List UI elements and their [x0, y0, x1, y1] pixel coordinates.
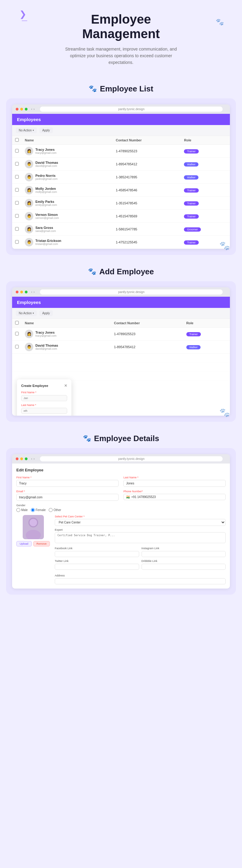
upload-avatar-button[interactable]: Upload — [16, 541, 32, 547]
pet-care-select[interactable]: Pet Care Center — [55, 519, 226, 526]
paw-icon-2: 🐾 — [88, 268, 96, 276]
employee-list-header: 🐾 Employee List — [0, 84, 242, 94]
dribbble-field: Dribbble Link — [142, 559, 226, 570]
last-name-group: Last Name * — [21, 404, 67, 414]
avatar: 👨 — [25, 160, 33, 168]
expert-textarea[interactable]: Certified Service Dog Trainer, P... — [55, 532, 226, 543]
contact-column-header-2: Contact Number — [111, 319, 183, 328]
row-checkbox[interactable] — [15, 201, 19, 205]
address-field: Address — [55, 574, 226, 584]
instagram-input[interactable] — [142, 551, 226, 557]
bottom-section: Upload Remove Select Pet Care Center * P… — [16, 515, 226, 584]
avatar-section: Upload Remove — [16, 515, 50, 584]
nav-forward-2[interactable]: › — [34, 290, 35, 294]
phone-edit-row: 🇮🇳 +91 14789025523 — [124, 494, 226, 500]
row-checkbox[interactable] — [15, 332, 19, 336]
edit-phone: Phone Number* 🇮🇳 +91 14789025523 — [124, 490, 226, 501]
svg-point-4 — [29, 519, 37, 526]
no-action-button[interactable]: No Action ▾ — [16, 127, 37, 133]
dot-red-1[interactable] — [16, 108, 19, 111]
page-title: Employee Management — [18, 12, 224, 41]
dot-yellow-3[interactable] — [20, 458, 23, 460]
edit-email: Email * — [16, 490, 118, 501]
employee-table-2: Name Contact Number Role 👩 Tracy Jones — [12, 319, 230, 353]
modal-close-button[interactable]: ✕ — [64, 383, 67, 388]
avatar: 👩 — [25, 225, 33, 234]
employees-header-2: Employees — [12, 297, 230, 308]
row-checkbox[interactable] — [15, 162, 19, 165]
apply-button-2[interactable]: Apply — [39, 310, 53, 316]
nav-forward-1[interactable]: › — [34, 107, 35, 111]
facebook-field: Facebook Link — [55, 547, 139, 557]
deco-paw-2: 🐾 — [219, 407, 230, 417]
edit-form-grid: First Name * Last Name * Email * — [16, 476, 226, 501]
dot-yellow-2[interactable] — [20, 291, 23, 293]
gender-other[interactable]: Other — [49, 508, 61, 512]
edit-last-name-input[interactable] — [124, 480, 226, 487]
dribbble-input[interactable] — [142, 564, 226, 570]
row-checkbox[interactable] — [15, 240, 19, 244]
edit-last-name-label: Last Name * — [124, 476, 226, 479]
select-all-checkbox-2[interactable] — [15, 321, 19, 324]
modal-title: Create Employee ✕ — [21, 383, 67, 388]
browser-nav-1: ‹ › — [31, 107, 34, 111]
name-column-header: Name — [22, 136, 113, 145]
row-checkbox[interactable] — [15, 149, 19, 153]
first-name-label: First Name * — [21, 391, 67, 394]
browser-url-3: pantly.tyonic.design — [40, 456, 222, 461]
twitter-input[interactable] — [55, 564, 139, 570]
dot-green-2[interactable] — [25, 291, 28, 293]
row-checkbox[interactable] — [15, 188, 19, 192]
avatar-large — [23, 515, 44, 539]
address-input[interactable] — [55, 578, 226, 584]
gender-female-radio[interactable] — [31, 508, 35, 512]
table-row: 👩 Sara Gross sara@gmail.com 1-5861547785… — [12, 222, 230, 236]
hero-subtitle: Streamline task management, improve comm… — [61, 46, 181, 66]
nav-back-2[interactable]: ‹ — [31, 290, 32, 294]
table-row: 👨 Tristan Erickson tristan@gmail.com 1-4… — [12, 236, 230, 249]
apply-button[interactable]: Apply — [39, 127, 53, 133]
gender-other-radio[interactable] — [49, 508, 53, 512]
edit-email-label: Email * — [16, 490, 118, 493]
browser-bar-3: ‹ › pantly.tyonic.design — [12, 454, 230, 464]
row-checkbox[interactable] — [15, 214, 19, 218]
employee-details-header: 🐾 Employee Details — [0, 434, 242, 443]
facebook-input[interactable] — [55, 551, 139, 557]
edit-email-input[interactable] — [16, 494, 118, 501]
instagram-label: Instagram Link — [142, 547, 226, 550]
employee-table: Name Contact Number Role 👩 — [12, 136, 230, 249]
table-row: 👨 Pedro Norris pedro@gmail.com 1-3852417… — [12, 170, 230, 183]
row-checkbox[interactable] — [15, 175, 19, 179]
select-all-checkbox[interactable] — [15, 138, 19, 142]
gender-male[interactable]: Male — [16, 508, 28, 512]
first-name-input[interactable] — [21, 395, 67, 401]
dot-green-3[interactable] — [25, 458, 28, 460]
dribbble-label: Dribbble Link — [142, 559, 226, 562]
dot-red-3[interactable] — [16, 458, 19, 460]
edit-first-name-label: First Name * — [16, 476, 118, 479]
dot-yellow-1[interactable] — [20, 108, 23, 111]
dot-red-2[interactable] — [16, 291, 19, 293]
dot-green-1[interactable] — [25, 108, 28, 111]
avatar: 👩 — [25, 199, 33, 207]
gender-female[interactable]: Female — [31, 508, 46, 512]
browser-window-2: ‹ › pantly.tyonic.design Employees No Ac… — [12, 287, 230, 416]
row-checkbox[interactable] — [15, 345, 19, 348]
edit-first-name-input[interactable] — [16, 480, 118, 487]
avatar: 👨 — [25, 212, 33, 220]
last-name-input[interactable] — [21, 408, 67, 414]
name-column-header-2: Name — [22, 319, 111, 328]
gender-male-radio[interactable] — [16, 508, 20, 512]
employee-details-card: ‹ › pantly.tyonic.design Edit Employee F… — [6, 448, 236, 595]
nav-back-3[interactable]: ‹ — [31, 457, 32, 461]
remove-avatar-button[interactable]: Remove — [33, 541, 50, 547]
nav-back-1[interactable]: ‹ — [31, 107, 32, 111]
no-action-button-2[interactable]: No Action ▾ — [16, 310, 37, 316]
pet-care-field: Select Pet Care Center * Pet Care Center — [55, 515, 226, 526]
row-checkbox[interactable] — [15, 227, 19, 231]
table-row: 👩 Emily Parks emily@gmail.com 1-35154785… — [12, 196, 230, 210]
browser-nav-2: ‹ › — [31, 290, 34, 294]
add-employee-content: Name Contact Number Role 👩 Tracy Jones — [12, 319, 230, 416]
avatar: 👩 — [25, 186, 33, 194]
nav-forward-3[interactable]: › — [34, 457, 35, 461]
